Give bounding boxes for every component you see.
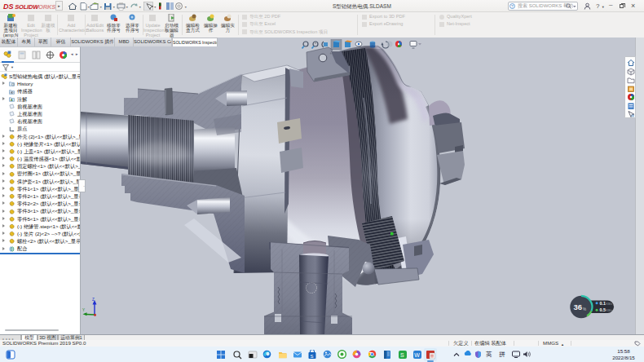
svg-text:36: 36 [574,302,583,311]
svg-text:%: % [583,307,586,311]
svg-text:Z: Z [92,298,95,302]
svg-text:KB/s: KB/s [607,309,613,312]
svg-text:Y: Y [82,308,85,312]
svg-text:?: ? [511,4,514,9]
svg-text:0.1: 0.1 [600,301,606,306]
svg-text:▼: ▼ [139,6,142,9]
svg-text:▼: ▼ [184,6,187,9]
svg-text:S: S [311,353,314,358]
svg-text:S: S [400,352,404,358]
svg-text:▼: ▼ [87,6,90,9]
svg-text:▼: ▼ [99,6,103,9]
svg-text:▼: ▼ [112,6,116,9]
svg-text:0.5: 0.5 [600,307,606,312]
svg-text:KB/s: KB/s [607,302,613,306]
svg-text:▼: ▼ [154,6,157,9]
svg-text:▼: ▼ [126,6,129,9]
svg-text:W: W [414,352,420,358]
